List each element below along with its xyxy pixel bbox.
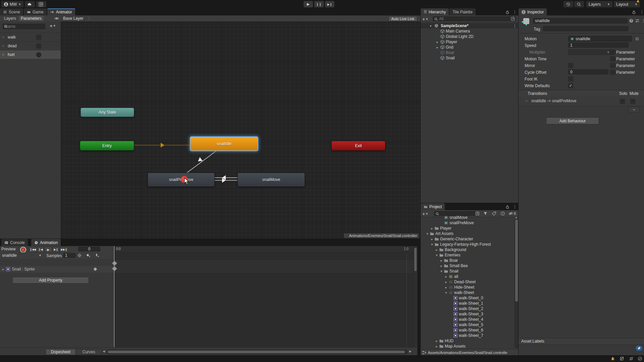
animator-parameters-tab[interactable]: Parameters — [19, 16, 44, 21]
project-row[interactable]: walk-Sheet_4 — [421, 317, 519, 322]
project-row[interactable]: Dead-Sheet — [421, 279, 519, 285]
project-row[interactable]: snailMove — [421, 215, 519, 220]
expander-icon[interactable] — [435, 344, 439, 349]
picker-icon[interactable] — [511, 16, 515, 21]
add-parameter-button[interactable]: + ▼ — [50, 23, 56, 28]
expander-icon[interactable] — [444, 280, 448, 284]
tab-animation[interactable]: Animation — [31, 239, 61, 246]
mirror-checkbox[interactable] — [568, 63, 573, 68]
timeline-ruler[interactable]: 0:0 1:0 — [114, 246, 413, 253]
hierarchy-row[interactable]: Grid — [421, 45, 519, 50]
prev-frame-button[interactable]: ❙◀ — [37, 247, 44, 252]
scroll-left-icon[interactable]: ◀ — [103, 350, 105, 353]
add-event-icon[interactable] — [95, 253, 99, 258]
tab-project[interactable]: Project — [421, 203, 445, 210]
animator-layers-tab[interactable]: Layers — [2, 16, 18, 21]
tab-scene[interactable]: Scene — [0, 8, 23, 15]
state-node-entry[interactable]: Entry — [80, 141, 134, 150]
expander-icon[interactable] — [444, 290, 448, 295]
state-machine-graph[interactable]: Any State Entry snailIdle Exit snailPreM… — [61, 21, 420, 239]
hierarchy-row[interactable]: Snail — [421, 55, 519, 61]
parameter-row-walk[interactable]: = walk — [0, 33, 61, 42]
motion-object-field[interactable]: snailIdle — [568, 36, 632, 42]
curves-button[interactable]: Curves — [76, 349, 102, 355]
expander-icon[interactable] — [439, 263, 443, 268]
tab-inspector[interactable]: i Inspector — [519, 8, 547, 15]
scroll-right-icon[interactable]: ▶ — [409, 350, 412, 353]
parameter-search-input[interactable] — [3, 24, 45, 29]
mirror-parameter-checkbox[interactable] — [610, 63, 615, 68]
global-search-button[interactable] — [574, 1, 584, 7]
preview-toggle[interactable]: Preview — [1, 247, 16, 251]
project-row[interactable]: snailPreMove — [421, 220, 519, 226]
panel-menu-icon[interactable]: ⋮ — [513, 9, 517, 14]
scrollbar-thumb[interactable] — [515, 220, 518, 302]
state-node-snailidle-selected[interactable]: snailIdle — [190, 136, 258, 151]
debug-bug-icon[interactable] — [610, 356, 615, 361]
expander-icon[interactable] — [444, 274, 448, 279]
play-button[interactable]: ▶ — [304, 1, 313, 7]
motion-time-parameter-checkbox[interactable] — [610, 56, 615, 61]
trigger-parameter-button[interactable] — [36, 52, 41, 57]
parameter-row-dead[interactable]: = dead — [0, 41, 61, 50]
next-frame-button[interactable]: ▶❙ — [52, 247, 60, 252]
activity-ok-icon[interactable] — [638, 356, 642, 361]
project-row[interactable]: Generic-Character — [421, 236, 519, 242]
expander-icon[interactable] — [430, 242, 434, 247]
property-row-snail-sprite[interactable]: Snail : Sprite — [0, 266, 114, 273]
clip-dropdown[interactable]: snailIdle ▼ — [2, 253, 42, 258]
hierarchy-row[interactable]: Player — [421, 39, 519, 45]
expander-icon[interactable] — [429, 23, 433, 28]
project-row[interactable]: Legacy-Fantasy-High Forest — [421, 242, 519, 247]
lock-icon[interactable] — [505, 204, 510, 209]
undo-history-button[interactable] — [564, 1, 573, 7]
panel-menu-icon[interactable]: ⋮ — [513, 204, 517, 209]
project-row[interactable]: Small Bee — [421, 263, 519, 268]
multiplier-dropdown[interactable]: ▼ — [568, 49, 612, 55]
pause-button[interactable]: ❙❙ — [314, 1, 324, 7]
timeline-vscrollbar[interactable] — [413, 246, 418, 348]
project-row[interactable]: Snail — [421, 268, 519, 274]
project-row[interactable]: all — [421, 274, 519, 279]
layers-dropdown[interactable]: Layers ▼ — [586, 1, 612, 7]
presets-icon[interactable] — [635, 18, 640, 23]
asset-label-tag-button[interactable] — [636, 346, 642, 351]
mute-checkbox[interactable] — [630, 99, 635, 104]
account-dropdown[interactable]: MW ▼ — [1, 1, 23, 7]
bool-parameter-checkbox[interactable] — [36, 35, 41, 40]
component-menu-icon[interactable]: ⋮ — [641, 18, 644, 23]
hierarchy-row[interactable]: Global Light 2D — [421, 34, 519, 39]
project-row[interactable]: walk-Sheet_0 — [421, 295, 519, 301]
hierarchy-row-scene[interactable]: SampleScene* ⋮ — [421, 23, 519, 28]
expander-icon[interactable] — [439, 269, 443, 274]
state-node-any-state[interactable]: Any State — [80, 108, 134, 117]
auto-refresh-disabled-icon[interactable] — [629, 356, 634, 361]
record-button[interactable] — [20, 247, 26, 253]
scene-menu-icon[interactable]: ⋮ — [513, 23, 517, 28]
tab-console[interactable]: Console — [1, 239, 28, 246]
project-row[interactable]: HUD — [421, 338, 519, 344]
samples-field[interactable] — [63, 253, 76, 258]
transition-move-to-premove[interactable] — [214, 177, 237, 178]
scroll-up-icon[interactable]: ▲ — [515, 216, 518, 219]
project-row[interactable]: Enemies — [421, 252, 519, 258]
state-node-snailmove[interactable]: snailMove — [237, 173, 305, 187]
expander-icon[interactable] — [435, 40, 439, 44]
remove-transition-button[interactable]: − — [629, 107, 639, 113]
project-row[interactable]: Boar — [421, 258, 519, 263]
create-object-button[interactable]: + ▼ — [422, 16, 428, 22]
expander-icon[interactable] — [435, 253, 439, 257]
expander-icon[interactable] — [444, 285, 448, 290]
auto-live-link-button[interactable]: Auto Live Link — [388, 16, 417, 21]
timeline-hscrollbar[interactable] — [107, 350, 408, 354]
expander-icon[interactable] — [435, 45, 439, 50]
speed-field[interactable] — [568, 43, 629, 48]
anim-play-button[interactable]: ▶ — [44, 247, 52, 252]
project-row[interactable]: walk-Sheet_3 — [421, 311, 519, 317]
visibility-toggle[interactable] — [54, 16, 59, 22]
cloud-services-button[interactable] — [25, 1, 35, 7]
project-row[interactable]: walk-Sheet_2 — [421, 306, 519, 311]
breadcrumb[interactable]: Base Layer — [63, 15, 90, 21]
bool-parameter-checkbox[interactable] — [36, 44, 41, 49]
cycle-parameter-checkbox[interactable] — [610, 70, 615, 75]
